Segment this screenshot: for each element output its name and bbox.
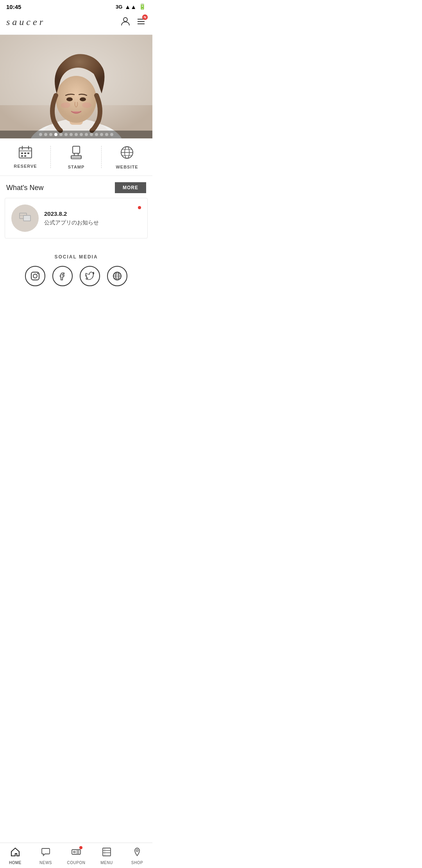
- status-bar: 10:45 3G ▲▲ 🔋: [0, 0, 152, 12]
- dot-13[interactable]: [100, 133, 103, 136]
- header-actions: N: [120, 16, 146, 29]
- news-date: 2023.8.2: [44, 210, 132, 217]
- news-description: 公式アプリのお知らせ: [44, 219, 132, 226]
- dot-1[interactable]: [39, 133, 42, 136]
- profile-button[interactable]: [120, 16, 131, 29]
- social-media-section: SOCIAL MEDIA: [0, 246, 152, 298]
- website-label: WEBSITE: [116, 165, 138, 169]
- dot-4[interactable]: [54, 133, 57, 136]
- hero-carousel[interactable]: [0, 35, 152, 138]
- news-thumbnail: [11, 204, 39, 232]
- hero-image: [0, 35, 152, 138]
- svg-rect-24: [73, 146, 80, 153]
- svg-rect-19: [21, 152, 23, 154]
- dot-12[interactable]: [95, 133, 98, 136]
- news-content: 2023.8.2 公式アプリのお知らせ: [44, 210, 132, 226]
- dot-5[interactable]: [59, 133, 63, 136]
- dot-6[interactable]: [64, 133, 68, 136]
- svg-rect-22: [21, 155, 23, 157]
- stamp-label: STAMP: [68, 165, 85, 169]
- header: saucer N: [0, 12, 152, 35]
- reserve-icon: [18, 145, 32, 161]
- svg-rect-23: [24, 155, 26, 157]
- social-title: SOCIAL MEDIA: [0, 254, 152, 260]
- whats-new-header: What's New MORE: [0, 176, 152, 198]
- svg-point-37: [33, 274, 37, 278]
- dot-3[interactable]: [49, 133, 52, 136]
- dot-2[interactable]: [44, 133, 47, 136]
- menu-button[interactable]: N: [136, 16, 146, 29]
- unread-badge: [138, 206, 141, 209]
- dot-8[interactable]: [75, 133, 78, 136]
- status-time: 10:45: [6, 4, 21, 10]
- svg-point-38: [37, 273, 38, 274]
- more-button[interactable]: MORE: [115, 182, 146, 193]
- whats-new-title: What's New: [6, 184, 43, 192]
- news-card[interactable]: 2023.8.2 公式アプリのお知らせ: [5, 198, 148, 239]
- logo-svg: saucer: [6, 14, 84, 28]
- notification-badge: N: [142, 14, 148, 20]
- svg-point-11: [66, 97, 73, 101]
- twitter-button[interactable]: [80, 266, 100, 286]
- dot-15[interactable]: [110, 133, 113, 136]
- stamp-icon: [70, 145, 83, 162]
- network-icon: ▲▲: [125, 4, 136, 10]
- news-thumb-icon: [18, 210, 32, 227]
- stamp-button[interactable]: STAMP: [51, 138, 102, 176]
- svg-point-13: [61, 102, 70, 108]
- dot-14[interactable]: [105, 133, 108, 136]
- signal-icon: 3G: [116, 4, 122, 10]
- svg-rect-34: [23, 215, 30, 221]
- action-buttons-row: RESERVE STAMP WEBSITE: [0, 138, 152, 176]
- dot-9[interactable]: [80, 133, 83, 136]
- svg-rect-21: [27, 152, 29, 154]
- svg-point-1: [123, 18, 127, 22]
- dot-10[interactable]: [85, 133, 88, 136]
- status-icons: 3G ▲▲ 🔋: [116, 3, 146, 10]
- web-button[interactable]: [107, 266, 127, 286]
- reserve-label: RESERVE: [14, 164, 37, 169]
- facebook-button[interactable]: [52, 266, 73, 286]
- carousel-dots: [0, 131, 152, 138]
- svg-point-10: [56, 76, 97, 123]
- reserve-button[interactable]: RESERVE: [0, 138, 51, 176]
- svg-rect-20: [24, 152, 26, 154]
- hero-illustration: [0, 35, 152, 138]
- svg-point-14: [82, 102, 91, 108]
- website-button[interactable]: WEBSITE: [102, 138, 152, 176]
- svg-point-12: [80, 97, 86, 101]
- dot-7[interactable]: [70, 133, 73, 136]
- battery-icon: 🔋: [139, 3, 146, 10]
- app-logo: saucer: [6, 14, 84, 30]
- instagram-button[interactable]: [25, 266, 45, 286]
- social-icons-row: [0, 266, 152, 286]
- dot-11[interactable]: [90, 133, 93, 136]
- website-icon: [120, 145, 134, 162]
- svg-text:saucer: saucer: [6, 17, 45, 27]
